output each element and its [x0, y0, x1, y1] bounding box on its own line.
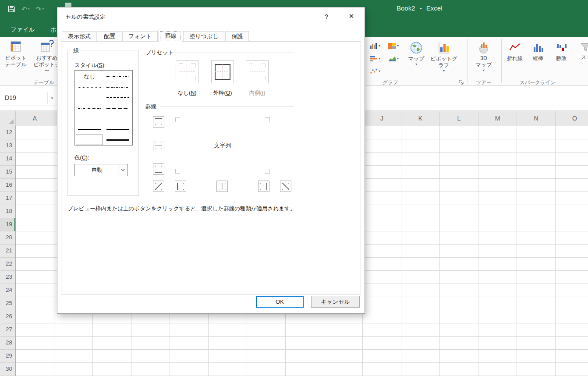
column-header-J[interactable]: J	[363, 111, 401, 126]
border-style-option-dash-dot[interactable]	[76, 103, 103, 114]
column-header-A[interactable]: A	[16, 111, 54, 126]
border-top-icon	[155, 118, 162, 125]
border-style-option-medium[interactable]	[104, 124, 131, 135]
map-chart-button[interactable]: マップ ▾	[406, 39, 427, 67]
tab-font[interactable]: フォント	[122, 31, 158, 42]
row-header-15[interactable]: 15	[0, 166, 15, 179]
undo-dropdown-arrow-icon[interactable]: ▾	[28, 7, 30, 11]
line-style-listbox[interactable]: なし	[74, 70, 133, 145]
sparkline-line-label: 折れ線	[504, 55, 526, 62]
row-header-24[interactable]: 24	[0, 284, 15, 297]
row-header-23[interactable]: 23	[0, 271, 15, 284]
border-style-option-dotted[interactable]	[76, 82, 103, 92]
border-tab-pane: 線 スタイル(S): なし 色(C): 自動 プリセット	[61, 41, 361, 294]
row-header-26[interactable]: 26	[0, 310, 15, 323]
charts-dialog-launcher[interactable]	[458, 79, 464, 85]
column-header-L[interactable]: L	[440, 111, 478, 126]
tab-protection[interactable]: 保護	[225, 31, 249, 42]
save-button[interactable]	[8, 5, 15, 13]
border-style-option-med-dash-dot[interactable]	[104, 82, 131, 92]
select-all-corner[interactable]	[0, 111, 16, 126]
line-color-dropdown[interactable]: 自動	[74, 164, 128, 176]
pivot-table-button[interactable]: ピボット テーブル	[2, 39, 30, 68]
border-style-option-dashed-fine[interactable]	[76, 92, 103, 103]
preset-outline-button[interactable]	[211, 60, 234, 83]
border-top-button[interactable]	[153, 116, 164, 128]
border-left-button[interactable]	[175, 181, 186, 192]
pivot-chart-button[interactable]: ピボットグラフ ▾	[429, 39, 458, 73]
row-header-22[interactable]: 22	[0, 258, 15, 271]
row-header-16[interactable]: 16	[0, 179, 15, 192]
line-color-dropdown-button[interactable]	[118, 165, 127, 175]
border-diagonal-up-button[interactable]	[153, 181, 164, 192]
slicer-button-partial[interactable]: ス	[578, 39, 588, 61]
row-header-29[interactable]: 29	[0, 350, 15, 363]
column-header-K[interactable]: K	[401, 111, 440, 126]
row-header-19[interactable]: 19	[0, 218, 15, 231]
insert-bar-chart-button[interactable]: ▾	[369, 53, 385, 64]
row-header-12[interactable]: 12	[0, 126, 15, 139]
preset-none-label: なし(N)	[167, 89, 207, 97]
border-style-option-long-dashed[interactable]	[104, 103, 131, 114]
cancel-button[interactable]: キャンセル	[311, 296, 360, 308]
row-header-14[interactable]: 14	[0, 153, 15, 166]
preset-none-button[interactable]	[176, 60, 198, 83]
sparkline-column-icon	[532, 42, 544, 53]
ok-button[interactable]: OK	[256, 296, 304, 308]
border-rule	[160, 106, 294, 107]
row-header-28[interactable]: 28	[0, 337, 15, 350]
row-header-18[interactable]: 18	[0, 205, 15, 218]
row-header-21[interactable]: 21	[0, 245, 15, 258]
border-style-option-dash-dot-dot[interactable]	[76, 114, 103, 124]
undo-button[interactable]: ↶ ▾	[21, 6, 30, 12]
border-left-icon	[177, 183, 184, 190]
redo-dropdown-arrow-icon[interactable]: ▾	[42, 7, 44, 11]
border-preview[interactable]: 文字列	[173, 115, 273, 176]
insert-scatter-chart-button[interactable]: ▾	[369, 66, 385, 77]
dropdown-arrow-icon: ▾	[397, 44, 399, 48]
column-header-M[interactable]: M	[478, 111, 517, 126]
row-headers: 12131415161718192021222324252627282930	[0, 126, 16, 376]
preview-corner-mark	[265, 169, 270, 174]
sparkline-column-label: 縦棒	[527, 55, 549, 62]
insert-column-chart-button[interactable]: ▾	[369, 40, 385, 52]
border-style-option-hairline[interactable]	[76, 124, 103, 135]
tab-alignment[interactable]: 配置	[98, 31, 121, 42]
border-style-option-none[interactable]: なし	[76, 71, 103, 82]
border-diagonal-down-button[interactable]	[280, 181, 291, 192]
row-header-17[interactable]: 17	[0, 192, 15, 205]
row-header-13[interactable]: 13	[0, 139, 15, 153]
presets-title: プリセット	[145, 49, 174, 57]
sparkline-column-button[interactable]: 縦棒	[527, 39, 549, 62]
row-header-20[interactable]: 20	[0, 231, 15, 245]
insert-area-chart-button[interactable]: ▾	[387, 53, 403, 64]
tab-fill[interactable]: 塗りつぶし	[183, 31, 224, 42]
sparkline-winloss-button[interactable]: 勝敗	[550, 39, 572, 62]
insert-hierarchy-chart-button[interactable]: ▾	[387, 40, 403, 52]
sparkline-line-button[interactable]: 折れ線	[504, 39, 526, 62]
border-right-button[interactable]	[258, 181, 269, 192]
name-box-arrow-icon[interactable]: ▾	[47, 92, 57, 104]
border-style-option-thin[interactable]	[104, 114, 131, 124]
name-box[interactable]: D19 ▾	[0, 90, 57, 106]
map-3d-button[interactable]: 3D マップ ▾	[472, 39, 496, 73]
tab-number-format[interactable]: 表示形式	[62, 31, 97, 42]
border-style-option-med-dashed[interactable]	[104, 92, 131, 103]
border-bottom-button[interactable]	[153, 163, 164, 175]
column-header-O[interactable]: O	[556, 111, 588, 126]
border-style-option-thin-selected[interactable]	[76, 135, 103, 145]
chevron-down-icon	[121, 169, 125, 171]
row-header-25[interactable]: 25	[0, 297, 15, 310]
tab-border[interactable]: 罫線	[159, 30, 182, 42]
row-header-27[interactable]: 27	[0, 323, 15, 337]
row-header-30[interactable]: 30	[0, 363, 15, 376]
column-header-N[interactable]: N	[517, 111, 556, 126]
dialog-help-button[interactable]: ?	[320, 11, 333, 22]
pivot-table-label-2: テーブル	[2, 61, 30, 68]
dialog-close-button[interactable]: ✕	[344, 10, 358, 22]
redo-button[interactable]: ↷ ▾	[36, 6, 44, 12]
ribbon-tab-file[interactable]: ファイル	[3, 22, 43, 37]
border-diagonal-up-icon	[155, 183, 162, 190]
border-style-option-med-dash-dot-dot[interactable]	[104, 71, 131, 82]
border-style-option-thick[interactable]	[104, 135, 131, 145]
